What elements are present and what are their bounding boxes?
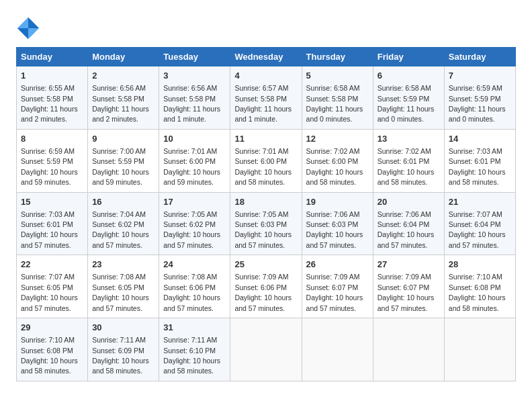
day-cell-22: 22Sunrise: 7:07 AMSunset: 6:05 PMDayligh… [17,255,88,318]
day-number: 3 [163,70,226,82]
day-number: 16 [92,196,154,208]
day-number: 4 [234,70,297,82]
logo [16,16,43,40]
day-cell-14: 14Sunrise: 7:03 AMSunset: 6:01 PMDayligh… [444,129,515,192]
day-cell-5: 5Sunrise: 6:58 AMSunset: 5:58 PMDaylight… [302,66,373,130]
day-info: Sunrise: 6:58 AMSunset: 5:58 PMDaylight:… [306,84,363,123]
calendar-table: Sunday Monday Tuesday Wednesday Thursday… [16,47,516,381]
day-cell-12: 12Sunrise: 7:02 AMSunset: 6:00 PMDayligh… [302,129,373,192]
day-cell-2: 2Sunrise: 6:56 AMSunset: 5:58 PMDaylight… [88,66,159,130]
day-info: Sunrise: 7:05 AMSunset: 6:03 PMDaylight:… [234,210,292,249]
day-number: 19 [306,196,369,208]
day-number: 1 [21,70,83,82]
day-info: Sunrise: 7:05 AMSunset: 6:02 PMDaylight:… [163,210,220,249]
day-cell-25: 25Sunrise: 7:09 AMSunset: 6:06 PMDayligh… [230,255,302,318]
day-number: 10 [163,133,226,145]
calendar-week-5: 29Sunrise: 7:10 AMSunset: 6:08 PMDayligh… [17,318,516,381]
day-info: Sunrise: 7:03 AMSunset: 6:01 PMDaylight:… [449,147,506,186]
day-number: 12 [306,133,369,145]
day-info: Sunrise: 7:01 AMSunset: 6:00 PMDaylight:… [163,147,220,186]
logo-icon [16,16,40,40]
empty-cell [302,318,373,381]
day-cell-26: 26Sunrise: 7:09 AMSunset: 6:07 PMDayligh… [302,255,373,318]
day-cell-18: 18Sunrise: 7:05 AMSunset: 6:03 PMDayligh… [230,192,302,255]
day-info: Sunrise: 7:10 AMSunset: 6:08 PMDaylight:… [21,336,78,375]
day-number: 22 [21,259,83,271]
day-info: Sunrise: 6:59 AMSunset: 5:59 PMDaylight:… [21,147,78,186]
day-info: Sunrise: 6:57 AMSunset: 5:58 PMDaylight:… [234,84,292,123]
day-cell-3: 3Sunrise: 6:56 AMSunset: 5:58 PMDaylight… [159,66,230,130]
day-info: Sunrise: 7:02 AMSunset: 6:01 PMDaylight:… [378,147,435,186]
calendar-week-2: 8Sunrise: 6:59 AMSunset: 5:59 PMDaylight… [17,129,516,192]
day-cell-9: 9Sunrise: 7:00 AMSunset: 5:59 PMDaylight… [88,129,159,192]
day-info: Sunrise: 7:11 AMSunset: 6:09 PMDaylight:… [92,336,149,375]
day-info: Sunrise: 7:09 AMSunset: 6:07 PMDaylight:… [378,273,435,312]
day-number: 23 [92,259,154,271]
calendar-week-3: 15Sunrise: 7:03 AMSunset: 6:01 PMDayligh… [17,192,516,255]
day-cell-6: 6Sunrise: 6:58 AMSunset: 5:59 PMDaylight… [373,66,444,130]
day-cell-8: 8Sunrise: 6:59 AMSunset: 5:59 PMDaylight… [17,129,88,192]
col-tuesday: Tuesday [159,48,230,66]
day-info: Sunrise: 7:02 AMSunset: 6:00 PMDaylight:… [306,147,363,186]
col-wednesday: Wednesday [230,48,302,66]
day-number: 26 [306,259,369,271]
day-info: Sunrise: 7:09 AMSunset: 6:06 PMDaylight:… [234,273,292,312]
day-info: Sunrise: 7:07 AMSunset: 6:05 PMDaylight:… [21,273,78,312]
empty-cell [373,318,444,381]
day-number: 30 [92,322,154,334]
day-info: Sunrise: 7:11 AMSunset: 6:10 PMDaylight:… [163,336,220,375]
day-cell-1: 1Sunrise: 6:55 AMSunset: 5:58 PMDaylight… [17,66,88,130]
day-info: Sunrise: 6:56 AMSunset: 5:58 PMDaylight:… [92,84,149,123]
svg-marker-2 [28,28,39,39]
day-info: Sunrise: 7:10 AMSunset: 6:08 PMDaylight:… [449,273,506,312]
day-number: 25 [234,259,297,271]
calendar-week-1: 1Sunrise: 6:55 AMSunset: 5:58 PMDaylight… [17,66,516,130]
day-number: 17 [163,196,226,208]
day-number: 28 [449,259,511,271]
day-number: 7 [449,70,511,82]
day-number: 15 [21,196,83,208]
day-info: Sunrise: 7:06 AMSunset: 6:03 PMDaylight:… [306,210,363,249]
day-cell-16: 16Sunrise: 7:04 AMSunset: 6:02 PMDayligh… [88,192,159,255]
day-cell-24: 24Sunrise: 7:08 AMSunset: 6:06 PMDayligh… [159,255,230,318]
empty-cell [230,318,302,381]
page-header [16,13,516,40]
day-number: 27 [378,259,440,271]
day-info: Sunrise: 7:06 AMSunset: 6:04 PMDaylight:… [378,210,435,249]
day-cell-29: 29Sunrise: 7:10 AMSunset: 6:08 PMDayligh… [17,318,88,381]
day-info: Sunrise: 6:58 AMSunset: 5:59 PMDaylight:… [378,84,435,123]
day-number: 24 [163,259,226,271]
day-cell-28: 28Sunrise: 7:10 AMSunset: 6:08 PMDayligh… [444,255,515,318]
svg-marker-0 [28,17,39,28]
day-cell-19: 19Sunrise: 7:06 AMSunset: 6:03 PMDayligh… [302,192,373,255]
day-info: Sunrise: 7:08 AMSunset: 6:06 PMDaylight:… [163,273,220,312]
empty-cell [444,318,515,381]
day-number: 13 [378,133,440,145]
day-cell-30: 30Sunrise: 7:11 AMSunset: 6:09 PMDayligh… [88,318,159,381]
svg-marker-1 [17,17,28,28]
day-info: Sunrise: 7:00 AMSunset: 5:59 PMDaylight:… [92,147,149,186]
day-cell-15: 15Sunrise: 7:03 AMSunset: 6:01 PMDayligh… [17,192,88,255]
day-number: 31 [163,322,226,334]
day-number: 20 [378,196,440,208]
col-sunday: Sunday [17,48,88,66]
calendar-week-4: 22Sunrise: 7:07 AMSunset: 6:05 PMDayligh… [17,255,516,318]
day-cell-17: 17Sunrise: 7:05 AMSunset: 6:02 PMDayligh… [159,192,230,255]
day-number: 9 [92,133,154,145]
day-info: Sunrise: 7:09 AMSunset: 6:07 PMDaylight:… [306,273,363,312]
day-number: 6 [378,70,440,82]
day-info: Sunrise: 6:56 AMSunset: 5:58 PMDaylight:… [163,84,220,123]
day-info: Sunrise: 6:55 AMSunset: 5:58 PMDaylight:… [21,84,78,123]
day-cell-4: 4Sunrise: 6:57 AMSunset: 5:58 PMDaylight… [230,66,302,130]
day-info: Sunrise: 7:01 AMSunset: 6:00 PMDaylight:… [234,147,292,186]
day-info: Sunrise: 7:04 AMSunset: 6:02 PMDaylight:… [92,210,149,249]
day-cell-21: 21Sunrise: 7:07 AMSunset: 6:04 PMDayligh… [444,192,515,255]
day-info: Sunrise: 6:59 AMSunset: 5:59 PMDaylight:… [449,84,506,123]
day-cell-27: 27Sunrise: 7:09 AMSunset: 6:07 PMDayligh… [373,255,444,318]
col-monday: Monday [88,48,159,66]
day-info: Sunrise: 7:08 AMSunset: 6:05 PMDaylight:… [92,273,149,312]
day-number: 11 [234,133,297,145]
col-friday: Friday [373,48,444,66]
day-number: 14 [449,133,511,145]
day-number: 29 [21,322,83,334]
